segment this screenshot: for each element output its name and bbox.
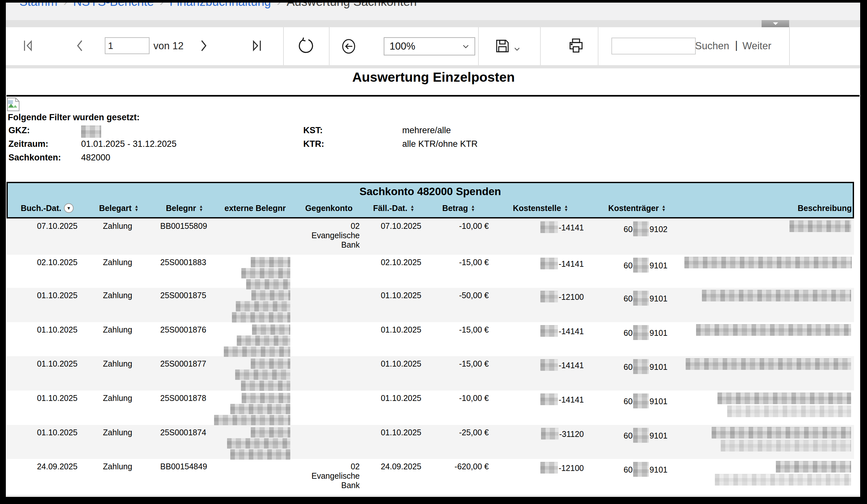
filter-row: KST:mehrere/alle (303, 125, 478, 139)
report-page: Auswertung Einzelposten Folgende Filter … (0, 68, 867, 495)
parameter-strip (0, 20, 867, 27)
refresh-button[interactable] (296, 37, 314, 55)
cell-beschreibung (684, 288, 853, 323)
page-number-input[interactable] (105, 37, 150, 54)
title-rule (7, 95, 859, 97)
cell-gegenkonto (293, 391, 362, 426)
externe-belegnr-redacted (236, 301, 290, 311)
sort-icons: ▲▼ (564, 205, 568, 212)
cell-faell-dat: 07.10.2025 (362, 218, 423, 255)
cell-gegenkonto (293, 322, 362, 358)
report-title: Auswertung Einzelposten (0, 70, 867, 85)
externe-belegnr-redacted (237, 336, 290, 346)
cell-belegnr: 25S0001876 (152, 322, 214, 358)
export-button[interactable] (494, 38, 511, 54)
search-button[interactable]: Suchen (695, 40, 729, 52)
find-next-button[interactable]: Weiter (742, 40, 771, 52)
kostentraeger-redacted (633, 291, 649, 306)
table-row: 24.09.2025ZahlungBB0015484902Evangelisch… (7, 459, 854, 494)
externe-belegnr-redacted (251, 359, 290, 369)
cell-buch-dat: 01.10.2025 (7, 322, 83, 358)
kostentraeger-prefix: 60 (624, 261, 633, 270)
column-header-fäll-dat[interactable]: Fäll.-Dat.▲▼ (363, 200, 425, 217)
back-button[interactable] (340, 37, 357, 55)
kostentraeger-suffix: 9102 (649, 224, 667, 234)
cell-buch-dat: 01.10.2025 (7, 356, 83, 392)
kostenstelle-redacted (541, 428, 558, 439)
next-page-button[interactable] (195, 37, 212, 54)
search-input[interactable] (611, 37, 696, 54)
kostenstelle-visible: -14141 (558, 395, 584, 404)
column-header-belegnr[interactable]: Belegnr▲▼ (154, 200, 215, 217)
externe-belegnr-redacted (227, 438, 290, 449)
beschreibung-redacted (686, 358, 851, 370)
last-page-button[interactable] (248, 37, 265, 54)
column-header-kostenträger[interactable]: Kostenträger▲▼ (588, 200, 686, 217)
cell-externe-belegnr (214, 356, 293, 392)
column-header-buch-dat[interactable]: Buch.-Dat.▼ (8, 200, 84, 217)
beschreibung-redacted (684, 257, 852, 269)
previous-page-button[interactable] (72, 37, 88, 54)
kostentraeger-suffix: 9101 (649, 465, 667, 474)
table-body: 07.10.2025ZahlungBB0015580902Evangelisch… (7, 218, 854, 494)
externe-belegnr-redacted (251, 427, 290, 438)
column-header-externe-belegnr: externe Belegnr (215, 200, 295, 217)
column-header-kostenstelle[interactable]: Kostenstelle▲▼ (493, 200, 588, 217)
cell-faell-dat: 01.10.2025 (362, 288, 423, 323)
screenshot-frame-left (0, 0, 6, 504)
toolbar-divider (329, 27, 330, 65)
cell-externe-belegnr (214, 288, 293, 323)
cell-faell-dat: 01.10.2025 (362, 425, 423, 460)
column-header-belegart[interactable]: Belegart▲▼ (84, 200, 154, 217)
externe-belegnr-redacted (241, 268, 290, 278)
beschreibung-redacted (727, 405, 851, 417)
cell-kostenstelle: -14141 (491, 322, 587, 358)
sort-active-desc-icon: ▼ (64, 203, 74, 213)
cell-kostentraeger: 609101 (587, 459, 684, 494)
cell-kostenstelle: -14141 (491, 391, 587, 426)
beschreibung-redacted (776, 461, 851, 473)
cell-faell-dat: 01.10.2025 (362, 356, 423, 392)
zoom-select[interactable]: 100% (384, 37, 475, 55)
externe-belegnr-redacted (232, 312, 290, 322)
column-header-betrag[interactable]: Betrag▲▼ (425, 200, 493, 217)
kostenstelle-redacted (540, 359, 558, 371)
kostenstelle-redacted (540, 258, 558, 269)
cell-kostentraeger: 609101 (587, 288, 684, 323)
first-page-button[interactable] (20, 37, 36, 54)
column-header-label: Belegnr (166, 204, 196, 213)
kostentraeger-suffix: 9101 (649, 431, 667, 440)
toolbar-report-gap (0, 65, 867, 68)
filter-row: GKZ: (9, 125, 176, 139)
table-row: 01.10.2025Zahlung25S000187401.10.2025-25… (7, 425, 854, 459)
search-separator: | (735, 39, 738, 51)
column-header-label: Belegart (99, 204, 132, 213)
sort-desc-icon: ▼ (199, 208, 203, 212)
externe-belegnr-redacted (230, 449, 290, 460)
cell-belegart: Zahlung (83, 322, 152, 358)
refresh-icon (296, 37, 314, 55)
filter-value-redacted (81, 125, 101, 138)
cell-gegenkonto (293, 425, 362, 460)
cell-kostenstelle: -14141 (491, 356, 587, 392)
sachkonto-table: Sachkonto 482000 Spenden Buch.-Dat.▼Bele… (7, 182, 854, 494)
cell-belegart: Zahlung (83, 425, 152, 460)
kostenstelle-visible: -12100 (558, 463, 584, 473)
collapse-parameters-button[interactable] (762, 20, 789, 27)
column-header-label: Buch.-Dat. (21, 204, 61, 213)
cell-kostenstelle: -31120 (491, 425, 587, 460)
next-page-icon (195, 37, 212, 54)
print-button[interactable] (568, 37, 585, 54)
cell-buch-dat: 01.10.2025 (7, 288, 83, 323)
kostentraeger-redacted (633, 394, 649, 408)
cell-beschreibung (684, 356, 853, 392)
kostenstelle-redacted (540, 221, 558, 233)
filters-heading: Folgende Filter wurden gesetzt: (8, 112, 140, 122)
filter-label: Sachkonten: (9, 153, 81, 163)
externe-belegnr-redacted (235, 370, 290, 380)
beschreibung-redacted (702, 290, 851, 302)
sort-icons: ▲▼ (410, 205, 415, 212)
cell-belegart: Zahlung (83, 356, 152, 392)
cell-kostenstelle: -12100 (491, 288, 587, 323)
cell-betrag: -25,00 € (423, 425, 491, 460)
